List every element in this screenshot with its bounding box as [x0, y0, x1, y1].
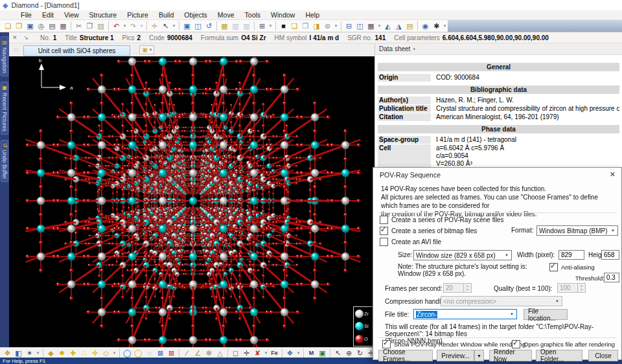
unit-cell-icon[interactable]: ◻	[230, 348, 241, 358]
pick-dropdown-icon[interactable]: ▾	[442, 21, 448, 31]
menu-edit[interactable]: Edit	[37, 11, 59, 19]
povray-icon[interactable]: ◉	[420, 21, 431, 31]
web-dropdown-icon[interactable]: ▾	[333, 21, 339, 31]
width-input[interactable]	[559, 250, 584, 260]
menu-view[interactable]: View	[59, 11, 84, 19]
spin-icon[interactable]: ⊕	[343, 348, 354, 358]
axes-icon[interactable]: ✛	[241, 348, 252, 358]
ring-yellow-icon[interactable]: ◯	[133, 348, 144, 358]
dialog-close-icon[interactable]: ✕	[610, 170, 616, 179]
height-input[interactable]	[601, 250, 619, 260]
antialias-checkbox[interactable]	[549, 263, 558, 271]
menu-move[interactable]: Move	[213, 11, 240, 19]
menu-file[interactable]: File	[16, 11, 37, 19]
render-view-icon[interactable]: ■	[278, 21, 289, 31]
coordination-icon[interactable]: ✢	[89, 348, 100, 358]
build-dropdown-icon[interactable]: ▾	[35, 348, 41, 358]
find-icon[interactable]: ◎	[36, 21, 47, 31]
packing-icon[interactable]: ❖	[284, 348, 295, 358]
picture-revert-icon[interactable]: ↺	[203, 21, 214, 31]
ring-small-icon[interactable]: ◌	[144, 348, 155, 358]
fe-labels-icon[interactable]: Fe	[269, 348, 280, 358]
new-window-icon[interactable]: ❏	[289, 21, 300, 31]
copy-icon[interactable]: ❒	[84, 21, 95, 31]
sidebar-tab-navigation[interactable]: ▤Navigation	[1, 36, 8, 76]
data-table-icon[interactable]: ▦	[219, 21, 230, 31]
menu-build[interactable]: Build	[154, 11, 179, 19]
avi-file-checkbox[interactable]	[380, 238, 388, 246]
export-picture-icon[interactable]: ◨	[311, 21, 322, 31]
paste-icon[interactable]: ▨	[95, 21, 106, 31]
fps-spinner[interactable]: ▲▼	[464, 283, 472, 293]
preview-dropdown-button[interactable]: ▼	[474, 350, 484, 361]
render-now-button[interactable]: Render Now	[489, 350, 532, 361]
picture-settings-icon[interactable]: ❖	[2, 348, 13, 358]
grid-dropdown-icon[interactable]: ▾	[268, 21, 273, 31]
threshold-input[interactable]	[604, 273, 619, 282]
undo-dropdown-icon[interactable]: ▾	[122, 21, 128, 31]
build-tools-icon[interactable]: ✶	[24, 348, 35, 358]
duplicate-window-icon[interactable]: ❒	[300, 21, 311, 31]
redo-icon[interactable]: ↷	[128, 21, 139, 31]
picture-frame-icon[interactable]: ◧	[13, 348, 24, 358]
drag-handle-icon[interactable]: ∷	[9, 47, 23, 53]
cut-icon[interactable]: ✂	[73, 21, 84, 31]
size-combo[interactable]: Window size (829 x 658 px) ▾	[413, 250, 512, 260]
atom-cluster-icon[interactable]: ✹	[56, 348, 67, 358]
pick-tool-icon[interactable]: ✱	[431, 21, 442, 31]
data-sheet-caption[interactable]: Data sheet ▾	[375, 43, 622, 55]
picture-gallery-icon[interactable]: ◫	[192, 21, 203, 31]
file-location-button[interactable]: File location...	[524, 309, 568, 320]
undo-icon[interactable]: ↶	[111, 21, 122, 31]
measure-torsion-icon[interactable]: ✼	[203, 348, 214, 358]
image-mode-icon[interactable]: ▣	[317, 348, 328, 358]
quality-spinner[interactable]: ▲▼	[578, 283, 586, 293]
measure-angle-icon[interactable]: ∠	[192, 348, 203, 358]
redo-dropdown-icon[interactable]: ▾	[139, 21, 144, 31]
menu-window[interactable]: Window	[266, 11, 300, 19]
polyhedra-icon[interactable]: ◇	[100, 348, 111, 358]
menu-help[interactable]: Help	[300, 11, 325, 19]
compression-combo[interactable]: <no compression> ▾	[441, 296, 562, 306]
menu-structure[interactable]: Structure	[84, 11, 122, 19]
atom-design-icon[interactable]: ◆	[45, 348, 56, 358]
pin-infobar-icon[interactable]: ↘	[21, 34, 32, 41]
menu-objects[interactable]: Objects	[179, 11, 213, 19]
pan-icon[interactable]: ✛	[149, 21, 160, 31]
show-render-checkbox[interactable]	[382, 340, 391, 348]
viewport-pointer-icon[interactable]: ↖	[332, 348, 343, 358]
quality-input[interactable]	[557, 283, 578, 293]
file-title-combo[interactable]: Zircon- ▾	[413, 309, 517, 319]
select-pointer-icon[interactable]: ↖	[160, 21, 171, 31]
format-combo[interactable]: Windows Bitmap (BMP) ▾	[536, 225, 618, 236]
new-file-icon[interactable]: ❏	[3, 21, 14, 31]
pointer-dropdown-icon[interactable]: ▾	[171, 21, 177, 31]
legend-panel-icon[interactable]: ▤	[404, 21, 415, 31]
web-icon[interactable]: ⊚	[322, 21, 333, 31]
bitmap-files-checkbox[interactable]	[380, 227, 388, 235]
rotate-icon[interactable]: ↻	[354, 348, 365, 358]
picture-tab[interactable]: Unit cell with SiO4 spheres	[23, 45, 131, 56]
close-button[interactable]: Close	[588, 350, 618, 361]
print-preview-icon[interactable]: ▤	[47, 21, 58, 31]
sidebar-tab-recent-pictures[interactable]: ▣Recent Pictures	[1, 82, 8, 135]
destroy-icon[interactable]: ⊠	[166, 348, 177, 358]
fps-input[interactable]	[443, 283, 464, 293]
chart-2-icon[interactable]: ◮	[393, 21, 404, 31]
grid-view-icon[interactable]: ⊞	[257, 21, 268, 31]
sidebar-tab-undo-buffer[interactable]: ↺Undo Buffer	[1, 140, 8, 182]
build-more-dropdown-icon[interactable]: ▾	[111, 348, 117, 358]
measure-plane-icon[interactable]: △	[214, 348, 225, 358]
print-icon[interactable]: ▦	[58, 21, 69, 31]
connect-atoms-icon[interactable]: ∴	[78, 348, 89, 358]
molecule-m-icon[interactable]: M	[306, 348, 317, 358]
close-infobar-icon[interactable]: ✕	[9, 34, 21, 41]
datasheet-dropdown-icon[interactable]: ▾	[376, 21, 382, 31]
distances-table-icon[interactable]: ▥	[230, 21, 241, 31]
open-folder-button[interactable]: Open Folder...	[536, 350, 582, 361]
open-graphics-checkbox[interactable]	[512, 340, 520, 348]
new-picture-icon[interactable]: ▣	[181, 21, 192, 31]
layout-horizontal-icon[interactable]: ⊟	[343, 21, 354, 31]
delete-atoms-icon[interactable]: ✘	[252, 348, 263, 358]
powder-chart-icon[interactable]: ◭	[382, 21, 393, 31]
